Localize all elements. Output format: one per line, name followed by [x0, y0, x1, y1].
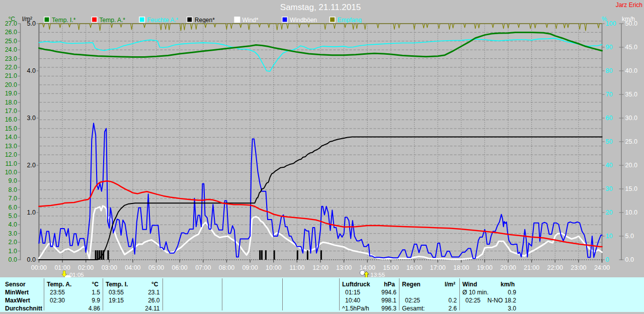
x-axis-label: 15:00 — [383, 264, 398, 271]
x-axis-label: 01:00 — [54, 264, 70, 271]
temp-axis-label: 25.0 — [5, 38, 17, 45]
table-column-separator — [282, 278, 283, 310]
temp-axis-label: 2.0 — [9, 239, 17, 246]
wind-axis-label: 25.0 — [625, 138, 637, 145]
wind-axis-label: 10.0 — [625, 209, 637, 216]
legend-label: Temp. A.* — [100, 17, 126, 24]
table-row-label: Durchschnitt — [5, 304, 42, 312]
x-axis-label: 07:00 — [195, 264, 211, 271]
rain-bar — [101, 250, 102, 260]
legend-label: Empfang — [338, 17, 362, 24]
legend-item: Temp. I.* — [44, 17, 76, 24]
rain-bar — [320, 250, 322, 260]
chart-title: Samstag, 21.11.2015 — [280, 3, 361, 12]
humidity-axis-label: 80 — [606, 67, 613, 74]
moon-icon — [360, 270, 365, 275]
table-cell-value: 0.2 — [412, 296, 457, 304]
x-axis-label: 04:00 — [125, 264, 140, 271]
wind-axis-label: 30.0 — [625, 115, 637, 122]
temp-axis-label: 23.0 — [5, 55, 17, 62]
rain-axis-label: 2.0 — [27, 162, 36, 169]
legend-swatch — [283, 18, 287, 22]
humidity-axis-label: 10 — [606, 233, 613, 240]
table-col-name: Temp. A. — [47, 280, 71, 288]
temp-axis-label: 18.0 — [5, 99, 17, 106]
legend-item: Feuchte A.* — [139, 17, 178, 24]
rain-axis-label: 4.0 — [27, 67, 36, 74]
rain-bar — [265, 250, 267, 260]
temp-axis-label: 15.0 — [5, 125, 17, 132]
rain-bar — [97, 250, 98, 260]
table-column-separator — [44, 278, 44, 310]
humidity-axis-label: 100 — [606, 20, 616, 27]
temp-axis-label: 5.0 — [9, 213, 17, 220]
temp-axis-label: 8.0 — [9, 186, 17, 193]
temp-axis-label: 19.0 — [5, 90, 17, 97]
rain-bar — [274, 250, 275, 260]
rain-axis-label: 3.0 — [27, 115, 36, 122]
rain-bar — [99, 250, 100, 260]
weather-chart: Samstag, 21.11.2015 Jarz Erich Temp. I.*… — [0, 0, 644, 280]
temp-axis-label: 22.0 — [5, 64, 17, 71]
x-axis-label: 20:00 — [500, 264, 516, 271]
rain-axis-label: 0.0 — [27, 256, 36, 263]
temp-axis-label: 3.0 — [9, 230, 17, 237]
x-axis-label: 22:00 — [547, 264, 563, 271]
temp-axis-label: 17.0 — [5, 108, 17, 115]
temp-axis-label: 1.0 — [9, 248, 17, 255]
table-cell-value: 2.6 — [412, 304, 457, 312]
x-axis-label: 13:00 — [336, 264, 352, 271]
table-col-name: Regen — [402, 280, 421, 288]
wind-axis-label: 35.0 — [625, 91, 637, 98]
humidity-axis-label: 60 — [606, 115, 613, 122]
legend-label: Windböen — [290, 17, 317, 24]
table-row-label: Sensor — [5, 280, 26, 288]
table-cell-value: 994.6 — [351, 288, 396, 296]
x-axis-label: 16:00 — [407, 264, 422, 271]
temp-axis-label: 24.0 — [5, 46, 17, 53]
legend-item: Empfang — [330, 17, 362, 24]
table-cell-value: 24.11 — [115, 304, 160, 312]
watermark-author: Jarz Erich — [616, 2, 642, 9]
x-axis-label: 02:00 — [78, 264, 94, 271]
rain-bar — [259, 250, 261, 260]
humidity-axis-label: 0 — [606, 256, 609, 263]
temp-axis-label: 4.0 — [9, 221, 17, 228]
legend-label: Regen* — [195, 17, 215, 24]
table-cell-value: 1.5 — [55, 288, 100, 296]
table-column-separator — [163, 278, 163, 310]
humidity-axis-label: 90 — [606, 44, 613, 51]
legend-label: Wind* — [242, 17, 258, 24]
legend-swatch — [45, 18, 49, 22]
x-axis-label: 19:00 — [477, 264, 493, 271]
humidity-axis-label: 20 — [606, 209, 613, 216]
temp-axis-label: 20.0 — [5, 81, 17, 88]
temp-axis-label: 0.0 — [9, 256, 17, 263]
event-marker-moonrise: 13:55 — [360, 270, 385, 278]
table-col-unit: l/m² — [425, 280, 455, 288]
table-cell-value: 26.0 — [115, 296, 160, 304]
table-column-separator — [459, 278, 460, 310]
table-column-separator — [222, 278, 222, 310]
temp-axis-label: 14.0 — [5, 134, 17, 141]
x-axis-label: 18:00 — [453, 264, 469, 271]
rain-bar — [307, 250, 308, 260]
table-col-unit: °C — [68, 280, 99, 288]
table-cell-value: 9.9 — [55, 296, 100, 304]
rain-bar — [107, 250, 109, 260]
temp-axis-label: 13.0 — [5, 143, 17, 150]
table-cell-value: 998.1 — [351, 296, 396, 304]
temp-axis-label: 6.0 — [9, 204, 17, 211]
stats-table: SensorMinWertMaxWertDurchschnittTemp. A.… — [0, 277, 644, 312]
temp-axis-label: 16.0 — [5, 116, 17, 123]
x-axis-label: 12:00 — [312, 264, 328, 271]
legend-item: Temp. A.* — [92, 17, 126, 24]
table-col-unit: hPa — [365, 280, 395, 288]
weather-day-chart-window: Samstag, 21.11.2015 Jarz Erich Temp. I.*… — [0, 0, 644, 314]
legend-label: Temp. I.* — [52, 17, 76, 24]
wind-axis-label: 15.0 — [625, 185, 637, 192]
rain-axis-label: 5.0 — [27, 20, 36, 27]
table-col-name: Temp. I. — [106, 280, 128, 288]
rain-axis-label: 1.0 — [27, 209, 36, 216]
temp-axis-label: 21.0 — [5, 72, 17, 79]
